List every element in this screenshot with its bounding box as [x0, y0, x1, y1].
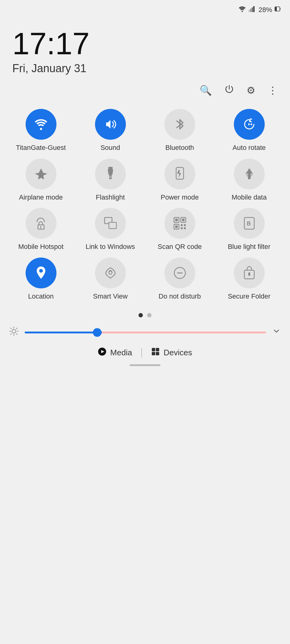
qs-item-hotspot[interactable]: Mobile Hotspot — [9, 208, 72, 251]
qs-icon-linkwindows — [95, 208, 126, 239]
qs-label-bluelight: Blue light filter — [228, 242, 270, 251]
svg-point-11 — [110, 176, 111, 178]
brightness-slider[interactable] — [25, 332, 266, 333]
time-section: 17:17 Fri, January 31 — [0, 17, 290, 78]
qs-item-securefolder[interactable]: Secure Folder — [218, 258, 281, 301]
qs-icon-location — [26, 258, 56, 288]
qs-item-location[interactable]: Location — [9, 258, 72, 301]
qs-item-mobiledata[interactable]: Mobile data — [218, 159, 281, 202]
qs-label-autorotate: Auto rotate — [233, 143, 266, 152]
media-label: Media — [110, 348, 132, 357]
svg-line-46 — [10, 334, 11, 335]
quick-settings-grid: TitanGate-GuestSoundBluetoothAuto rotate… — [0, 100, 290, 304]
wifi-signal-icon — [238, 6, 246, 14]
qs-icon-donotdisturb — [164, 258, 195, 288]
svg-rect-26 — [184, 224, 186, 226]
qs-label-location: Location — [28, 292, 54, 301]
svg-rect-28 — [184, 227, 186, 229]
devices-grid-icon — [151, 347, 160, 358]
home-bar — [130, 364, 160, 366]
media-button[interactable]: Media — [98, 347, 132, 358]
qs-icon-securefolder — [234, 258, 265, 288]
qs-icon-powermode — [164, 159, 195, 189]
more-options-icon[interactable]: ⋮ — [268, 85, 278, 96]
svg-point-14 — [40, 226, 41, 227]
qs-label-mobiledata: Mobile data — [232, 193, 267, 202]
qs-label-airplane: Airplane mode — [19, 193, 63, 202]
status-bar: 28% — [0, 0, 290, 17]
qs-label-scanqr: Scan QR code — [158, 242, 202, 251]
page-dot-1[interactable] — [139, 313, 143, 317]
qs-icon-flashlight — [95, 159, 126, 189]
svg-point-32 — [109, 271, 112, 274]
settings-icon[interactable]: ⚙ — [246, 85, 255, 96]
qs-item-smartview[interactable]: Smart View — [79, 258, 142, 301]
qs-icon-bluelight: B — [234, 208, 265, 239]
power-icon[interactable] — [224, 84, 234, 97]
svg-rect-4 — [253, 6, 255, 12]
svg-point-37 — [248, 272, 250, 274]
qs-label-smartview: Smart View — [93, 292, 127, 301]
qs-label-hotspot: Mobile Hotspot — [18, 242, 64, 251]
svg-rect-20 — [175, 219, 178, 221]
qs-icon-airplane — [26, 159, 56, 189]
battery-text: 28% — [259, 6, 272, 14]
qs-icon-wifi — [26, 109, 56, 140]
qs-item-sound[interactable]: Sound — [79, 109, 142, 152]
svg-rect-49 — [156, 348, 159, 351]
qs-label-wifi: TitanGate-Guest — [16, 143, 66, 152]
brightness-expand-icon[interactable] — [272, 327, 281, 338]
qs-icon-scanqr — [164, 208, 195, 239]
qs-item-wifi[interactable]: TitanGate-Guest — [9, 109, 72, 152]
svg-point-0 — [242, 11, 243, 12]
home-indicator — [0, 361, 290, 369]
svg-line-45 — [16, 328, 17, 329]
qs-label-powermode: Power mode — [161, 193, 199, 202]
svg-rect-48 — [152, 348, 155, 351]
qs-icon-sound — [95, 109, 126, 140]
svg-rect-22 — [182, 219, 184, 221]
brightness-icon — [9, 327, 19, 338]
brightness-thumb[interactable] — [93, 328, 102, 337]
svg-rect-3 — [252, 7, 253, 12]
svg-text:B: B — [247, 221, 251, 227]
svg-rect-51 — [156, 352, 159, 355]
media-play-icon — [98, 347, 106, 358]
status-icons: 28% — [238, 6, 281, 14]
svg-rect-50 — [152, 352, 155, 355]
date-display: Fri, January 31 — [12, 62, 278, 75]
battery-icon — [275, 6, 281, 14]
brightness-row — [0, 324, 290, 341]
qs-item-linkwindows[interactable]: Link to Windows — [79, 208, 142, 251]
qs-item-autorotate[interactable]: Auto rotate — [218, 109, 281, 152]
svg-rect-1 — [249, 10, 250, 12]
qs-item-donotdisturb[interactable]: Do not disturb — [148, 258, 211, 301]
qs-item-bluetooth[interactable]: Bluetooth — [148, 109, 211, 152]
cell-signal-icon — [249, 6, 256, 14]
page-dot-2[interactable] — [147, 313, 151, 317]
svg-rect-27 — [181, 227, 183, 229]
svg-rect-34 — [177, 272, 183, 273]
clock-display: 17:17 — [12, 27, 278, 60]
qs-label-flashlight: Flashlight — [96, 193, 125, 202]
svg-rect-18 — [110, 223, 116, 228]
qs-icon-autorotate — [234, 109, 265, 140]
svg-line-44 — [16, 334, 17, 335]
qs-item-flashlight[interactable]: Flashlight — [79, 159, 142, 202]
qs-item-bluelight[interactable]: BBlue light filter — [218, 208, 281, 251]
qs-label-linkwindows: Link to Windows — [85, 242, 135, 251]
qs-icon-smartview — [95, 258, 126, 288]
qs-item-scanqr[interactable]: Scan QR code — [148, 208, 211, 251]
svg-point-38 — [12, 329, 16, 333]
svg-rect-2 — [250, 9, 251, 12]
toolbar: 🔍 ⚙ ⋮ — [0, 78, 290, 100]
qs-label-securefolder: Secure Folder — [228, 292, 270, 301]
media-divider — [141, 348, 142, 357]
search-icon[interactable]: 🔍 — [200, 85, 212, 96]
qs-item-powermode[interactable]: Power mode — [148, 159, 211, 202]
svg-rect-7 — [275, 7, 277, 11]
qs-item-airplane[interactable]: Airplane mode — [9, 159, 72, 202]
svg-point-31 — [39, 269, 43, 273]
svg-rect-25 — [181, 224, 183, 226]
devices-button[interactable]: Devices — [151, 347, 192, 358]
